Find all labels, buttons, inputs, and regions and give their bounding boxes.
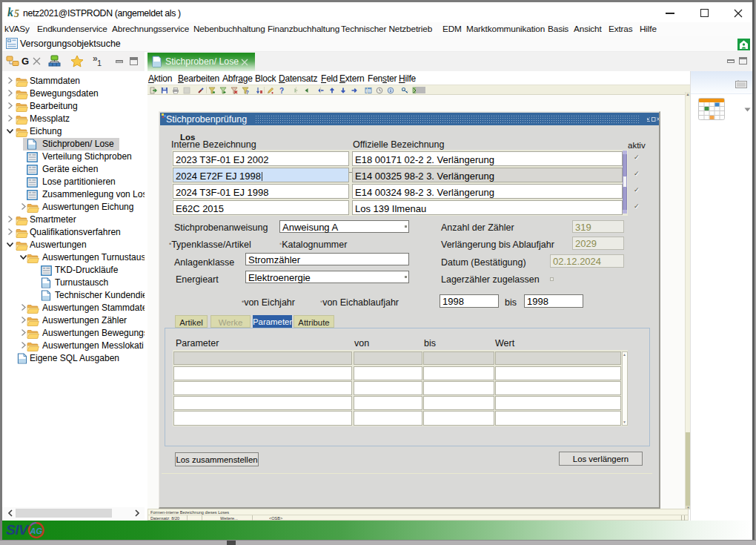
svg-text:?: ? xyxy=(246,90,249,95)
svg-text:k: k xyxy=(7,6,13,19)
svg-text:5: 5 xyxy=(14,8,19,19)
svg-text:?: ? xyxy=(279,87,284,94)
svg-text:AG: AG xyxy=(30,526,43,535)
